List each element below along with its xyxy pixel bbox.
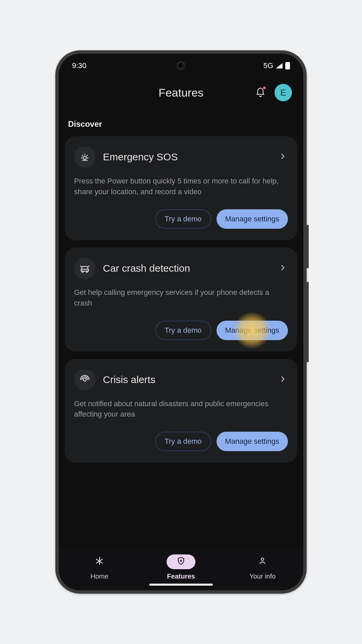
content-scroll[interactable]: Discover Emergency SOS: [59, 109, 303, 547]
bell-icon: [255, 93, 266, 99]
card-description: Get help calling emergency services if y…: [74, 287, 288, 309]
svg-point-4: [83, 378, 86, 381]
car-crash-icon: [74, 258, 96, 279]
manage-settings-button[interactable]: Manage settings: [217, 209, 288, 229]
side-button-power: [307, 282, 309, 362]
nav-your-info[interactable]: Your info: [248, 554, 277, 580]
card-title: Emergency SOS: [103, 151, 271, 163]
card-description: Press the Power button quickly 5 times o…: [74, 176, 288, 197]
front-camera-cutout: [176, 61, 186, 70]
card-title: Car crash detection: [103, 263, 271, 274]
status-time: 9:30: [72, 61, 86, 70]
account-avatar[interactable]: E: [275, 84, 292, 101]
status-network: 5G: [263, 61, 273, 70]
button-label: Manage settings: [225, 326, 279, 335]
card-emergency-sos[interactable]: Emergency SOS Press the Power button qui…: [65, 136, 297, 240]
manage-settings-button[interactable]: Manage settings: [217, 432, 288, 451]
asterisk-icon: [95, 556, 104, 567]
svg-point-3: [86, 271, 87, 272]
card-crisis-alerts[interactable]: Crisis alerts Get notified about natural…: [65, 359, 297, 463]
status-right: 5G: [263, 61, 290, 70]
avatar-initial: E: [280, 88, 286, 98]
button-label: Try a demo: [165, 437, 201, 446]
gesture-home-indicator[interactable]: [149, 584, 213, 586]
chevron-right-icon: [279, 375, 288, 385]
emergency-sos-icon: [74, 146, 96, 168]
person-icon: [258, 556, 267, 567]
app-header: Features E: [59, 76, 303, 109]
chevron-right-icon: [279, 263, 288, 273]
phone-frame: 9:30 5G Features: [55, 50, 307, 594]
nav-label: Features: [167, 573, 195, 580]
nav-label: Your info: [249, 573, 276, 580]
section-title-discover: Discover: [65, 111, 297, 136]
svg-point-2: [82, 271, 83, 272]
shield-plus-icon: [176, 556, 186, 567]
screen: 9:30 5G Features: [59, 54, 303, 590]
card-car-crash-detection[interactable]: Car crash detection Get help calling eme…: [65, 248, 297, 352]
try-demo-button[interactable]: Try a demo: [155, 321, 211, 340]
button-label: Manage settings: [225, 437, 279, 446]
card-description: Get notified about natural disasters and…: [74, 398, 288, 420]
chevron-right-icon: [279, 152, 288, 162]
notifications-button[interactable]: [255, 87, 266, 98]
battery-icon: [285, 62, 290, 69]
card-title: Crisis alerts: [103, 374, 271, 385]
svg-point-0: [83, 156, 86, 159]
button-label: Try a demo: [165, 215, 201, 223]
nav-label: Home: [90, 573, 108, 580]
nav-features[interactable]: Features: [167, 554, 195, 580]
manage-settings-button[interactable]: Manage settings: [217, 321, 288, 340]
side-button-volume: [307, 225, 309, 268]
svg-point-5: [261, 558, 264, 560]
button-label: Try a demo: [165, 326, 201, 335]
notification-dot-icon: [263, 87, 266, 89]
try-demo-button[interactable]: Try a demo: [155, 209, 211, 229]
try-demo-button[interactable]: Try a demo: [155, 432, 211, 451]
crisis-alerts-icon: [74, 369, 96, 390]
nav-home[interactable]: Home: [85, 554, 114, 580]
page-title: Features: [159, 86, 203, 99]
signal-icon: [276, 63, 283, 68]
button-label: Manage settings: [225, 215, 279, 223]
